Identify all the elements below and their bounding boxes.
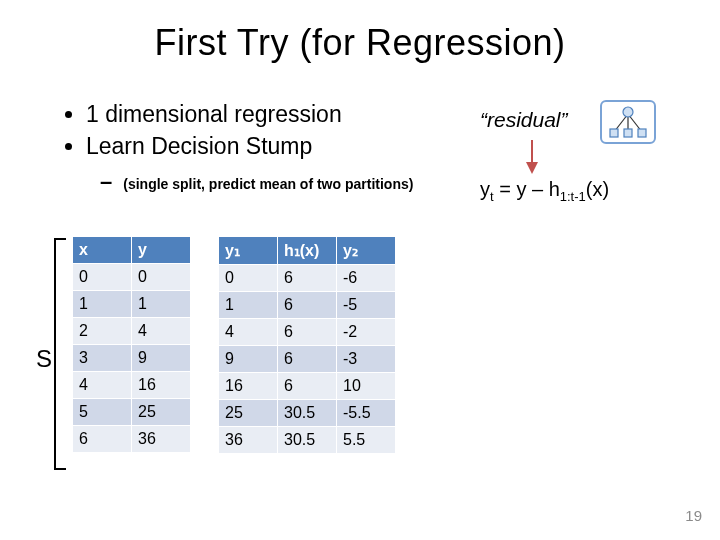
table-row: 2530.5-5.5 — [219, 400, 396, 427]
s-label: S — [36, 345, 52, 373]
table-row: 11 — [73, 291, 191, 318]
table-residual: y₁ h₁(x) y₂ 06-616-546-296-3166102530.5-… — [218, 236, 396, 454]
t1-cell: 4 — [73, 372, 132, 399]
t2-cell: 6 — [278, 346, 337, 373]
table-row: 16-5 — [219, 292, 396, 319]
t1-cell: 2 — [73, 318, 132, 345]
svg-marker-1 — [526, 162, 538, 174]
t2-cell: 0 — [219, 265, 278, 292]
t2-cell: 30.5 — [278, 427, 337, 454]
t2-cell: 9 — [219, 346, 278, 373]
t2-cell: 30.5 — [278, 400, 337, 427]
t1-h0: x — [73, 237, 132, 264]
t1-cell: 1 — [132, 291, 191, 318]
eq-tail: (x) — [586, 178, 609, 200]
bullet-1: 1 dimensional regression — [86, 100, 413, 130]
t1-h1: y — [132, 237, 191, 264]
t1-cell: 3 — [73, 345, 132, 372]
bullet-list: 1 dimensional regression Learn Decision … — [70, 100, 413, 196]
t1-cell: 25 — [132, 399, 191, 426]
t2-cell: -2 — [337, 319, 396, 346]
t2-cell: -5 — [337, 292, 396, 319]
residual-label: “residual” — [480, 108, 568, 132]
t2-cell: -6 — [337, 265, 396, 292]
t2-cell: 5.5 — [337, 427, 396, 454]
t2-cell: -5.5 — [337, 400, 396, 427]
t2-cell: 36 — [219, 427, 278, 454]
svg-point-5 — [623, 107, 633, 117]
t2-cell: 6 — [278, 319, 337, 346]
eq-h-sub: 1:t-1 — [560, 189, 586, 204]
t2-cell: 16 — [219, 373, 278, 400]
t2-h0: y₁ — [219, 237, 278, 265]
table-row: 16610 — [219, 373, 396, 400]
eq-lhs: y — [480, 178, 490, 200]
s-bracket — [54, 238, 66, 470]
sub-paren: (single split, predict mean of two parti… — [123, 176, 413, 192]
t1-cell: 0 — [73, 264, 132, 291]
table-row: 06-6 — [219, 265, 396, 292]
t1-cell: 6 — [73, 426, 132, 453]
t2-cell: 6 — [278, 292, 337, 319]
t1-cell: 5 — [73, 399, 132, 426]
t2-cell: 25 — [219, 400, 278, 427]
table-row: 00 — [73, 264, 191, 291]
table-row: 46-2 — [219, 319, 396, 346]
svg-rect-7 — [624, 129, 632, 137]
t1-cell: 16 — [132, 372, 191, 399]
t2-cell: 6 — [278, 265, 337, 292]
t1-cell: 1 — [73, 291, 132, 318]
t2-h2: y₂ — [337, 237, 396, 265]
table-xy: x y 00112439416525636 — [72, 236, 191, 453]
t1-cell: 9 — [132, 345, 191, 372]
t2-cell: 4 — [219, 319, 278, 346]
table-row: 24 — [73, 318, 191, 345]
bullet-2: Learn Decision Stump — [86, 132, 413, 162]
t2-h1: h₁(x) — [278, 237, 337, 265]
t2-cell: 1 — [219, 292, 278, 319]
slide-title: First Try (for Regression) — [0, 0, 720, 64]
residual-equation: yt = y – h1:t-1(x) — [480, 178, 609, 204]
t2-cell: 6 — [278, 373, 337, 400]
table-row: 416 — [73, 372, 191, 399]
table-row: 636 — [73, 426, 191, 453]
sub-bullet: – (single split, predict mean of two par… — [100, 168, 413, 197]
arrow-down-icon — [524, 140, 540, 174]
t1-cell: 0 — [132, 264, 191, 291]
page-number: 19 — [685, 507, 702, 524]
eq-mid: = y – h — [494, 178, 560, 200]
t1-cell: 4 — [132, 318, 191, 345]
table-row: 96-3 — [219, 346, 396, 373]
t1-cell: 36 — [132, 426, 191, 453]
table-row: 525 — [73, 399, 191, 426]
t2-cell: 10 — [337, 373, 396, 400]
table-row: 39 — [73, 345, 191, 372]
t2-cell: -3 — [337, 346, 396, 373]
svg-rect-8 — [638, 129, 646, 137]
tree-icon — [600, 100, 656, 144]
svg-rect-6 — [610, 129, 618, 137]
sub-dash: – — [100, 169, 112, 194]
table-row: 3630.55.5 — [219, 427, 396, 454]
